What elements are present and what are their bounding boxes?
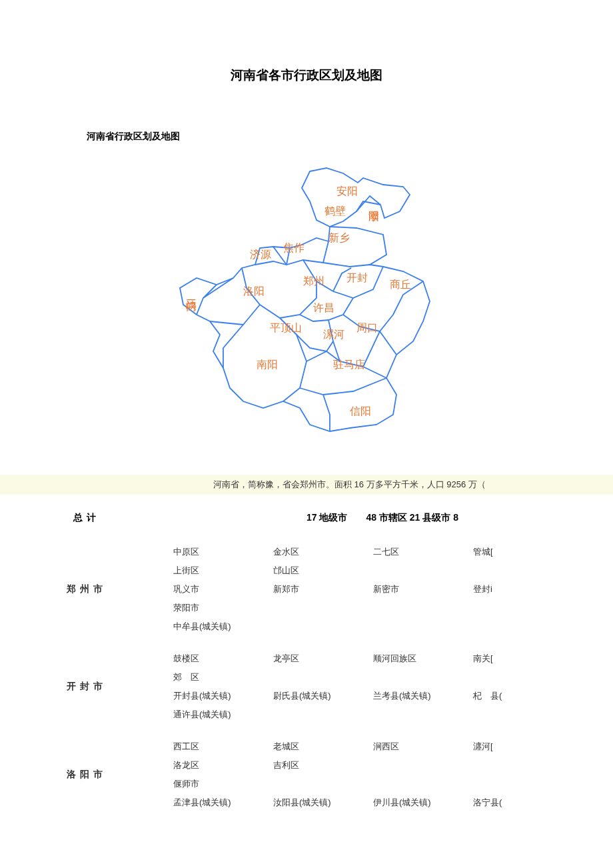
table-cell	[373, 775, 473, 793]
table-cell: 中原区	[173, 543, 273, 561]
table-cell: 偃师市	[173, 775, 273, 793]
table-cell: 瀍河[	[473, 737, 533, 756]
table-cell	[473, 705, 533, 724]
table-row: 西工区老城区涧西区瀍河[	[173, 737, 613, 756]
map-label: 洛阳	[243, 285, 265, 297]
henan-map: 安阳濮阳鹤壁新乡焦作济源郑州开封商丘洛阳三门峡许昌平顶山漯河周口南阳驻马店信阳	[157, 148, 456, 435]
table-cell: 顺河回族区	[373, 649, 473, 668]
table-cell: 兰考县(城关镇)	[373, 687, 473, 705]
map-label: 郑州	[303, 275, 324, 287]
table-row: 荥阳市	[173, 599, 613, 617]
map-label: 驻马店	[333, 359, 365, 370]
table-row: 通许县(城关镇)	[173, 705, 613, 724]
table-cell: 伊川县(城关镇)	[373, 793, 473, 812]
table-cell: 登封i	[473, 580, 533, 599]
map-label: 焦作	[283, 242, 305, 253]
table-cell: 通许县(城关镇)	[173, 705, 273, 724]
table-cell: 尉氏县(城关镇)	[273, 687, 373, 705]
city-name: 开封市	[0, 681, 173, 693]
city-rows: 鼓楼区龙亭区顺河回族区南关[郊 区开封县(城关镇)尉氏县(城关镇)兰考县(城关镇…	[173, 649, 613, 724]
table-cell: 新郑市	[273, 580, 373, 599]
table-cell: 中牟县(城关镇)	[173, 617, 273, 636]
table-cell: 孟津县(城关镇)	[173, 793, 273, 812]
table-row: 上街区邙山区	[173, 561, 613, 580]
table-row: 中原区金水区二七区管城[	[173, 543, 613, 561]
map-label: 新乡	[328, 232, 350, 243]
table-cell: 二七区	[373, 543, 473, 561]
table-cell	[373, 617, 473, 636]
table-row: 中牟县(城关镇)	[173, 617, 613, 636]
city-rows: 西工区老城区涧西区瀍河[洛龙区吉利区偃师市孟津县(城关镇)汝阳县(城关镇)伊川县…	[173, 737, 613, 812]
table-cell	[473, 599, 533, 617]
table-cell: 荥阳市	[173, 599, 273, 617]
city-rows: 中原区金水区二七区管城[上街区邙山区巩义市新郑市新密市登封i荥阳市中牟县(城关镇…	[173, 543, 613, 636]
table-cell	[473, 756, 533, 775]
map-label: 济源	[250, 249, 271, 260]
city-block: 郑州市中原区金水区二七区管城[上街区邙山区巩义市新郑市新密市登封i荥阳市中牟县(…	[0, 536, 613, 643]
map-label: 周口	[356, 322, 378, 333]
map-label: 信阳	[350, 405, 371, 417]
table-cell	[473, 617, 533, 636]
table-cell: 杞 县(	[473, 687, 533, 705]
city-block: 洛阳市西工区老城区涧西区瀍河[洛龙区吉利区偃师市孟津县(城关镇)汝阳县(城关镇)…	[0, 731, 613, 819]
section-title: 河南省行政区划及地图	[87, 131, 613, 143]
table-cell	[373, 561, 473, 580]
table-cell: 郊 区	[173, 668, 273, 687]
table-row: 巩义市新郑市新密市登封i	[173, 580, 613, 599]
table-cell: 管城[	[473, 543, 533, 561]
table-row: 偃师市	[173, 775, 613, 793]
table-cell	[273, 668, 373, 687]
table-cell: 洛龙区	[173, 756, 273, 775]
table-cell	[273, 617, 373, 636]
map-label: 安阳	[336, 185, 358, 197]
table-cell: 龙亭区	[273, 649, 373, 668]
table-cell: 鼓楼区	[173, 649, 273, 668]
totals-content: 17 地级市 48 市辖区 21 县级市 8	[173, 512, 613, 524]
table-cell	[473, 775, 533, 793]
totals-row: 总计 17 地级市 48 市辖区 21 县级市 8	[0, 507, 613, 536]
table-cell: 南关[	[473, 649, 533, 668]
cities-container: 郑州市中原区金水区二七区管城[上街区邙山区巩义市新郑市新密市登封i荥阳市中牟县(…	[0, 536, 613, 819]
map-label: 濮阳	[368, 211, 379, 222]
map-container: 安阳濮阳鹤壁新乡焦作济源郑州开封商丘洛阳三门峡许昌平顶山漯河周口南阳驻马店信阳	[0, 148, 613, 435]
table-cell	[273, 775, 373, 793]
map-label: 南阳	[257, 359, 278, 370]
map-label: 开封	[346, 272, 368, 283]
table-row: 鼓楼区龙亭区顺河回族区南关[	[173, 649, 613, 668]
city-name: 洛阳市	[0, 769, 173, 781]
table-cell: 金水区	[273, 543, 373, 561]
table-cell: 上街区	[173, 561, 273, 580]
table-cell: 洛宁县(	[473, 793, 533, 812]
table-cell	[373, 668, 473, 687]
city-name: 郑州市	[0, 583, 173, 595]
page-title: 河南省各市行政区划及地图	[0, 67, 613, 84]
table-cell: 巩义市	[173, 580, 273, 599]
map-label: 平顶山	[270, 322, 302, 333]
table-cell: 汝阳县(城关镇)	[273, 793, 373, 812]
map-label: 漯河	[323, 329, 344, 340]
city-block: 开封市鼓楼区龙亭区顺河回族区南关[郊 区开封县(城关镇)尉氏县(城关镇)兰考县(…	[0, 643, 613, 731]
table-row: 开封县(城关镇)尉氏县(城关镇)兰考县(城关镇)杞 县(	[173, 687, 613, 705]
table-row: 孟津县(城关镇)汝阳县(城关镇)伊川县(城关镇)洛宁县(	[173, 793, 613, 812]
table-cell: 西工区	[173, 737, 273, 756]
table-cell	[473, 561, 533, 580]
table-cell: 吉利区	[273, 756, 373, 775]
table-cell	[373, 756, 473, 775]
map-label: 许昌	[313, 302, 334, 313]
table-row: 郊 区	[173, 668, 613, 687]
table-cell	[273, 705, 373, 724]
table-cell: 涧西区	[373, 737, 473, 756]
totals-label: 总计	[0, 512, 173, 524]
map-label: 鹤壁	[324, 205, 346, 217]
table-row: 洛龙区吉利区	[173, 756, 613, 775]
intro-bar: 河南省，简称豫，省会郑州市。面积 16 万多平方千米，人口 9256 万（	[0, 475, 613, 495]
table-cell: 开封县(城关镇)	[173, 687, 273, 705]
table-cell	[473, 668, 533, 687]
map-label: 商丘	[390, 279, 411, 290]
table-cell	[373, 599, 473, 617]
table-cell	[373, 705, 473, 724]
table-cell: 邙山区	[273, 561, 373, 580]
table-cell: 新密市	[373, 580, 473, 599]
table-cell	[273, 599, 373, 617]
table-cell: 老城区	[273, 737, 373, 756]
